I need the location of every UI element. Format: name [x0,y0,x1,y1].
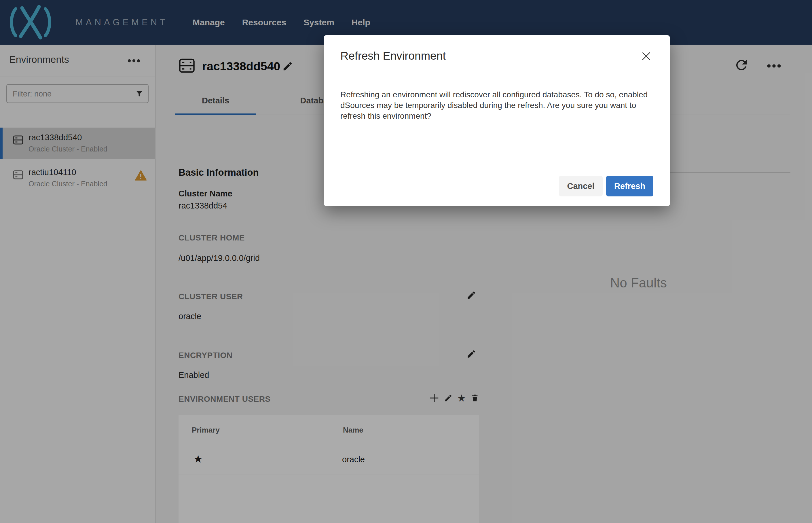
app-screen: MANAGEMENT Manage Resources System Help … [0,0,812,523]
dialog-title: Refresh Environment [340,50,446,62]
dialog-footer: Cancel Refresh [559,176,653,196]
dialog-header: Refresh Environment [324,35,670,78]
refresh-environment-dialog: Refresh Environment Refreshing an enviro… [324,35,670,206]
dialog-divider [324,78,670,78]
cancel-button[interactable]: Cancel [559,176,603,196]
dialog-body-text: Refreshing an environment will rediscove… [340,89,657,121]
refresh-button[interactable]: Refresh [606,176,653,196]
close-icon[interactable] [641,51,652,61]
